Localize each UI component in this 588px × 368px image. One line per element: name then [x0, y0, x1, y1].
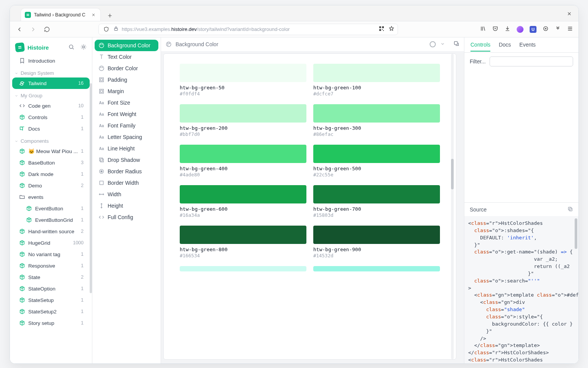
sidebar-item[interactable]: StateOption1 [12, 283, 90, 294]
ublock-icon[interactable]: U [530, 26, 536, 33]
source-code[interactable]: <class="r">HstColorShades class="o">:sha… [464, 216, 578, 363]
variant-item[interactable]: Text Color [95, 51, 158, 63]
color-swatch[interactable]: htw-bg-green-100#dcfce7 [313, 64, 440, 97]
variant-item[interactable]: Border Width [95, 177, 158, 189]
library-icon[interactable] [480, 26, 486, 33]
tab-close-icon[interactable] [90, 12, 97, 18]
lock-icon[interactable] [113, 26, 119, 32]
variant-icon [98, 88, 105, 94]
devtools-icon[interactable] [543, 26, 549, 33]
color-swatch[interactable]: htw-bg-green-50#f0fdf4 [180, 64, 306, 97]
chevron-down-icon[interactable] [440, 41, 445, 47]
sidebar-item[interactable]: Demo2 [12, 180, 90, 191]
svg-rect-31 [569, 207, 572, 210]
overflow-icon[interactable] [555, 26, 561, 33]
nav-reload-icon[interactable] [43, 25, 51, 34]
variant-item[interactable]: Border Radius [95, 166, 158, 177]
color-swatch[interactable] [180, 266, 306, 271]
browser-tab[interactable]: Tailwind › Background C [21, 8, 101, 21]
svg-rect-29 [454, 42, 458, 45]
nav-forward-icon [29, 25, 37, 34]
sidebar-item[interactable]: No variant tag1 [12, 249, 90, 260]
tab-controls[interactable]: Controls [470, 39, 490, 52]
sidebar-group-components[interactable]: Components [10, 134, 92, 145]
sidebar-item[interactable]: StateSetup21 [12, 306, 90, 317]
sidebar-item[interactable]: Code gen10 [12, 100, 90, 111]
sidebar-group-mygroup[interactable]: My Group [10, 89, 92, 100]
swatch-hex: #4ade80 [180, 172, 306, 178]
download-icon[interactable] [504, 26, 511, 33]
variant-item[interactable]: Full Config [95, 211, 158, 223]
swatch-name: htw-bg-green-100 [313, 85, 440, 90]
bookmark-star-icon[interactable] [388, 26, 395, 33]
brand-logo[interactable]: Histoire [15, 43, 49, 52]
sidebar-item[interactable]: StateSetup1 [12, 294, 90, 306]
hamburger-icon[interactable] [567, 26, 573, 33]
variant-item[interactable]: AaFont Family [95, 120, 158, 131]
sidebar-item[interactable]: HugeGrid1000 [12, 237, 90, 249]
color-swatch[interactable]: htw-bg-green-700#15803d [313, 185, 440, 218]
filter-input[interactable] [490, 56, 573, 66]
story-preview[interactable]: htw-bg-green-50#f0fdf4htw-bg-green-100#d… [163, 53, 456, 360]
variant-item[interactable]: AaFont Weight [95, 108, 158, 120]
variant-item[interactable]: Border Color [95, 63, 158, 74]
variant-item[interactable]: Background Color [95, 40, 158, 51]
sidebar-item-label: EventButtonGrid [35, 217, 73, 223]
svg-rect-21 [100, 159, 103, 162]
color-swatch[interactable] [313, 266, 440, 271]
sidebar-item[interactable]: Responsive1 [12, 260, 90, 271]
sidebar-item[interactable]: Story setup1 [12, 317, 90, 329]
sidebar-item-introduction[interactable]: Introduction [12, 55, 90, 66]
profile-avatar[interactable] [517, 26, 524, 33]
open-new-window-icon[interactable] [453, 40, 459, 48]
sidebar-item[interactable]: Dark mode1 [12, 168, 90, 180]
swatch-hex: #15803d [313, 212, 440, 218]
variant-item[interactable]: Padding [95, 74, 158, 86]
variant-item[interactable]: Height [95, 200, 158, 211]
sidebar-group-design[interactable]: Design System [10, 66, 92, 77]
tab-docs[interactable]: Docs [499, 39, 511, 52]
color-swatch[interactable]: htw-bg-green-400#4ade80 [180, 145, 306, 178]
variant-label: Background Color [108, 42, 150, 48]
variant-item[interactable]: Drop Shadow [95, 154, 158, 166]
variant-item[interactable]: AaFont Size [95, 97, 158, 108]
shield-icon[interactable] [102, 25, 110, 34]
color-swatch[interactable]: htw-bg-green-600#16a34a [180, 185, 306, 218]
variant-item[interactable]: Width [95, 189, 158, 200]
item-icon [19, 308, 25, 315]
copy-source-icon[interactable] [567, 206, 573, 213]
sidebar-item[interactable]: Docs1 [12, 123, 90, 134]
color-swatch[interactable]: htw-bg-green-900#14532d [313, 226, 440, 258]
pocket-icon[interactable] [492, 26, 498, 33]
theme-toggle-icon[interactable] [81, 44, 87, 51]
sidebar-item[interactable]: Controls1 [12, 111, 90, 123]
color-swatch[interactable]: htw-bg-green-500#22c55e [313, 145, 440, 178]
sidebar-item[interactable]: Tailwind16 [12, 77, 90, 89]
svg-rect-30 [569, 208, 572, 211]
color-swatch[interactable]: htw-bg-green-800#166534 [180, 226, 306, 258]
search-icon[interactable] [68, 44, 74, 51]
variant-item[interactable]: Margin [95, 86, 158, 97]
svg-point-11 [100, 44, 101, 45]
variant-item[interactable]: AaLine Height [95, 143, 158, 154]
color-swatch[interactable]: htw-bg-green-200#bbf7d0 [180, 104, 306, 137]
sidebar-item[interactable]: Hand-written source2 [12, 226, 90, 237]
sidebar-item[interactable]: State2 [12, 271, 90, 283]
svg-point-13 [99, 66, 104, 71]
qr-icon[interactable] [379, 26, 385, 33]
sidebar-item[interactable]: events [12, 191, 90, 203]
sidebar-item[interactable]: EventButton1 [12, 203, 90, 214]
variant-item[interactable]: AaLetter Spacing [95, 131, 158, 143]
svg-rect-19 [100, 90, 102, 92]
background-toggle[interactable] [430, 41, 436, 47]
variant-label: Full Config [108, 214, 133, 220]
window-close-icon[interactable] [565, 10, 573, 18]
sidebar-item[interactable]: EventButtonGrid1 [12, 214, 90, 226]
nav-back-icon[interactable] [15, 25, 24, 34]
sidebar-item[interactable]: 🐱 Meow Waf Piou ...1 [12, 145, 90, 157]
tab-events[interactable]: Events [519, 39, 536, 52]
new-tab-button[interactable] [105, 10, 115, 21]
url-input[interactable]: https://vue3.examples.histoire.dev/story… [98, 24, 398, 35]
color-swatch[interactable]: htw-bg-green-300#86efac [313, 104, 440, 137]
sidebar-item[interactable]: BaseButton3 [12, 157, 90, 168]
